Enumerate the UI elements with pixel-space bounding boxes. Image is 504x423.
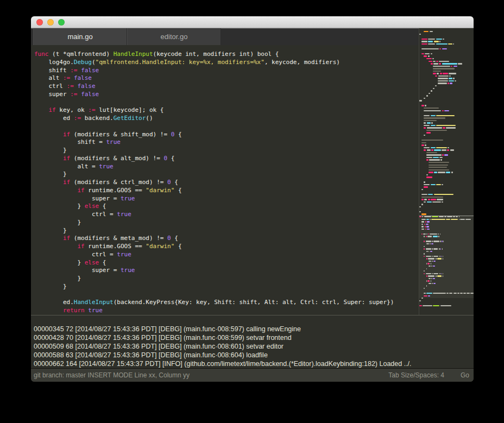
tab-editor.go[interactable]: editor.go <box>127 28 221 45</box>
code-line: } <box>34 219 419 227</box>
code-line: return true <box>34 307 419 315</box>
tab-size-indicator[interactable]: Tab Size/Spaces: 4 <box>388 371 444 379</box>
code-line <box>34 123 419 131</box>
code-line: } <box>34 275 419 283</box>
code-line: func (t *qmlfrontend) HandleInput(keycod… <box>34 50 419 59</box>
code-line: } <box>34 147 419 155</box>
code-line: ed.HandleInput(backend.KeyPress{Key: key… <box>34 299 419 307</box>
code-line: alt := false <box>34 74 419 83</box>
code-line: if (modifiers & shift_mod) != 0 { <box>34 131 419 139</box>
code-line <box>34 99 419 107</box>
console-output[interactable]: 00000345 72 [2014/08/27 15:43:36 PDT] [D… <box>31 315 474 368</box>
editor-content-row: main.goeditor.go func (t *qmlfrontend) H… <box>31 28 474 315</box>
minimap-line <box>419 292 474 295</box>
editor-window: main.goeditor.go func (t *qmlfrontend) H… <box>31 16 474 382</box>
log-line: 00000662 164 [2014/08/27 15:43:37 PDT] [… <box>34 359 474 368</box>
minimap-line <box>419 305 474 307</box>
tab-bar: main.goeditor.go <box>31 28 419 45</box>
code-line <box>34 291 419 299</box>
code-line: ed := backend.GetEditor() <box>34 115 419 123</box>
log-line: 00000345 72 [2014/08/27 15:43:36 PDT] [D… <box>34 325 474 333</box>
minimap-lines <box>419 30 474 307</box>
code-line: if (modifiers & alt_mod) != 0 { <box>34 155 419 163</box>
editor-pane: main.goeditor.go func (t *qmlfrontend) H… <box>31 28 419 315</box>
minimize-button[interactable] <box>47 19 54 26</box>
code-line: shift := false <box>34 67 419 75</box>
code-line: ctrl = true <box>34 211 419 219</box>
code-line: ctrl := false <box>34 83 419 91</box>
minimap[interactable] <box>419 28 474 315</box>
code-line: } <box>34 171 419 179</box>
code-line: if (modifiers & meta_mod) != 0 { <box>34 235 419 243</box>
log-line: 00000428 70 [2014/08/27 15:43:36 PDT] [D… <box>34 333 474 342</box>
code-line: ctrl = true <box>34 251 419 259</box>
code-line: alt = true <box>34 163 419 171</box>
code-line: } <box>34 227 419 235</box>
code-line: if runtime.GOOS == "darwin" { <box>34 187 419 195</box>
code-line: super = true <box>34 267 419 275</box>
code-line: if key, ok := lut[keycode]; ok { <box>34 106 419 115</box>
code-line: super := false <box>34 91 419 99</box>
syntax-indicator[interactable]: Go <box>461 371 469 379</box>
log-line: 00000509 68 [2014/08/27 15:43:36 PDT] [D… <box>34 342 474 351</box>
code-line: shift = true <box>34 138 419 147</box>
zoom-button[interactable] <box>58 19 65 26</box>
log-line: 00000588 63 [2014/08/27 15:43:36 PDT] [D… <box>34 351 474 359</box>
code-line: } else { <box>34 203 419 211</box>
code-line: super = true <box>34 195 419 203</box>
tab-main.go[interactable]: main.go <box>33 28 127 45</box>
status-bar: git branch: master INSERT MODE Line xx, … <box>31 368 474 382</box>
window-titlebar[interactable] <box>31 16 474 28</box>
code-line: if runtime.GOOS == "darwin" { <box>34 243 419 251</box>
code-line: } else { <box>34 259 419 267</box>
code-line: if (modifiers & ctrl_mod) != 0 { <box>34 179 419 187</box>
code-editor[interactable]: func (t *qmlfrontend) HandleInput(keycod… <box>31 45 419 315</box>
code-line: log4go.Debug("qmlfrontend.HandleInput: k… <box>34 59 419 67</box>
close-button[interactable] <box>36 19 43 26</box>
status-left-text: git branch: master INSERT MODE Line xx, … <box>34 371 190 379</box>
code-line: } <box>34 283 419 291</box>
